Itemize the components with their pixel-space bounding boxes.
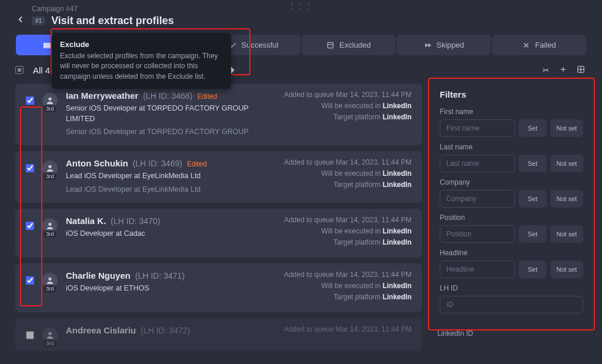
filter-position-input[interactable] [440,225,515,243]
filter-headline-label: Headline [440,249,583,257]
exec-target: Will be executed in LinkedIn [284,227,412,235]
filter-first-name-input[interactable] [440,119,515,137]
queued-time: Added to queue Mar 14, 2023, 11:44 PM [284,91,412,99]
profile-card[interactable]: 3rdCharlie Nguyen(LH ID: 3471)iOS Develo… [15,263,422,312]
profile-headline: Lead iOS Developer at EyeLinkMedia Ltd [66,171,276,181]
profile-name: Charlie Nguyen [66,271,131,280]
connection-degree: 3rd [44,340,56,347]
filter-headline-notset[interactable]: Not set [550,261,583,278]
connection-degree: 3rd [44,105,56,112]
svg-point-17 [48,277,51,280]
filter-lhid-label: LH ID [440,284,583,292]
tooltip-body: Exclude selected profiles from the campa… [60,51,223,82]
connection-degree: 3rd [44,231,56,238]
platform-target: Target platform LinkedIn [284,238,412,246]
profile-card[interactable]: 3rdAndreea Cislariu(LH ID: 3472)Added to… [15,318,422,351]
filter-company-label: Company [440,178,583,186]
svg-rect-4 [328,42,333,48]
filter-last-name-notset[interactable]: Not set [550,155,583,172]
profile-checkbox[interactable] [26,96,34,105]
filter-position-label: Position [440,213,583,222]
profile-checkbox[interactable] [26,276,34,285]
profile-lhid: (LH ID: 3469) [133,159,182,168]
svg-point-15 [48,165,51,168]
queued-time: Added to queue Mar 14, 2023, 11:44 PM [284,271,412,279]
profile-lhid: (LH ID: 3470) [111,216,160,226]
profile-name: Natalia K. [66,216,106,226]
platform-target: Target platform LinkedIn [284,181,412,189]
profile-card[interactable]: 3rdIan Merryweather(LH ID: 3468)EditedSe… [15,84,422,145]
filter-last-name-label: Last name [440,143,583,151]
profile-name: Andreea Cislariu [66,325,136,335]
tab-label: Successful [242,41,279,49]
page-title: Visit and extract profiles [51,15,174,27]
filter-company-input[interactable] [440,190,515,208]
profile-subheadline: Lead iOS Developer at EyeLinkMedia Ltd [66,184,276,195]
profile-lhid: (LH ID: 3471) [135,271,185,280]
avatar: 3rd [42,93,58,108]
profile-name: Anton Schukin [66,158,128,168]
avatar: 3rd [42,218,58,233]
platform-target: Target platform LinkedIn [284,113,412,121]
profile-subheadline: Senior iOS Developer at TORPEDO FACTORY … [66,126,276,137]
avatar: 3rd [42,161,58,176]
svg-point-18 [48,332,51,335]
profile-checkbox[interactable] [26,331,34,339]
profile-headline: iOS Developer at ETHOS [66,283,276,293]
queued-time: Added to queue Mar 14, 2023, 11:44 PM [284,216,412,224]
tooltip-title: Exclude [60,40,223,49]
avatar: 3rd [42,273,58,288]
profile-card[interactable]: 3rdAnton Schukin(LH ID: 3469)EditedLead … [15,151,422,202]
filter-first-name-label: First name [440,108,583,116]
tab-failed[interactable]: Failed [492,35,586,55]
filter-last-name-set[interactable]: Set [519,155,547,172]
filter-lhid-input[interactable] [440,296,583,313]
profile-checkbox[interactable] [26,164,34,172]
profile-lhid: (LH ID: 3472) [141,326,190,335]
svg-point-14 [48,98,51,101]
svg-rect-0 [44,43,51,44]
svg-point-16 [48,222,51,225]
profile-name: Ian Merryweather [66,91,138,101]
edited-badge: Edited [187,160,207,168]
tab-label: Excluded [339,41,370,49]
tab-skipped[interactable]: Skipped [397,35,491,55]
filter-last-name-input[interactable] [440,155,515,172]
avatar: 3rd [42,328,58,343]
filter-first-name-notset[interactable]: Not set [550,119,583,137]
tab-excluded[interactable]: Excluded [302,35,396,55]
profile-lhid: (LH ID: 3468) [143,91,192,101]
plus-icon[interactable] [557,65,569,75]
queued-time: Added to queue Mar 14, 2023, 11:44 PM [284,158,412,166]
exec-target: Will be executed in LinkedIn [284,169,412,178]
grid-icon[interactable] [575,65,587,75]
tab-label: Skipped [437,41,464,49]
connection-degree: 3rd [44,285,56,292]
profile-card[interactable]: 3rdNatalia K.(LH ID: 3470)iOS Developer … [15,209,422,258]
filter-headline-input[interactable] [440,261,515,278]
exec-target: Will be executed in LinkedIn [284,282,412,290]
queued-time: Added to queue Mar 14, 2023, 11:44 PM [284,325,412,333]
filter-first-name-set[interactable]: Set [519,119,547,137]
profile-headline: iOS Developer at Cadac [66,228,276,239]
filter-company-set[interactable]: Set [519,190,547,208]
select-all-toggle[interactable] [15,66,24,74]
svg-rect-2 [44,46,51,48]
filter-position-set[interactable]: Set [519,225,547,243]
edited-badge: Edited [197,92,217,101]
filter-linkedin-id-label: LinkedIn ID [437,329,602,338]
svg-rect-1 [44,45,51,46]
filter-company-notset[interactable]: Not set [550,190,583,208]
profile-headline: Senior iOS Developer at TORPEDO FACTORY … [66,103,276,124]
exclude-tooltip: Exclude Exclude selected profiles from t… [52,33,231,89]
profile-checkbox[interactable] [26,222,34,230]
tab-label: Failed [535,41,556,49]
breadcrumb[interactable]: Campaign #47 [32,5,587,13]
back-icon[interactable] [15,14,26,28]
filter-position-notset[interactable]: Not set [550,225,583,243]
step-badge: #1 [32,16,45,25]
platform-target: Target platform LinkedIn [284,293,412,301]
scissors-icon[interactable]: ✂ [540,66,551,75]
connection-degree: 3rd [44,173,56,180]
filter-headline-set[interactable]: Set [519,261,547,278]
